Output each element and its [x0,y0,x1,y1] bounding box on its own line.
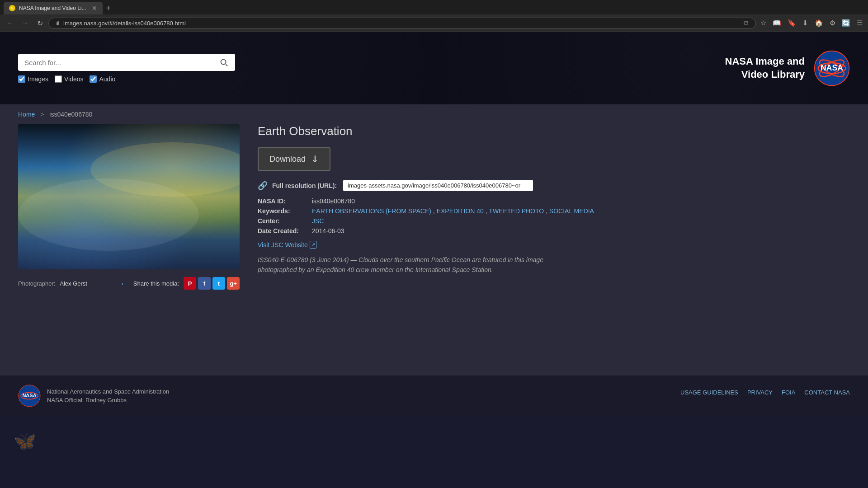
breadcrumb-separator: > [40,111,44,118]
search-bar-wrapper [18,54,235,71]
filter-images-label: Images [28,75,48,83]
image-section: Photographer: Alex Gerst ← Share this me… [18,124,240,290]
url-bar[interactable]: images.nasa.gov/#/details-iss040e006780.… [48,18,756,29]
photographer-name: Alex Gerst [60,280,87,287]
filter-images-checkbox[interactable] [18,75,25,83]
description-text: ISS040-E-006780 (3 June 2014) — Clouds o… [258,255,565,275]
extension-button[interactable]: ⚙ [828,17,837,29]
forward-button[interactable]: → [19,17,32,29]
refresh-button[interactable]: ↻ [34,17,46,29]
footer-foia-link[interactable]: FOIA [782,389,795,396]
new-tab-button[interactable]: + [106,4,111,12]
main-image[interactable] [18,124,240,269]
download-icon: ⇓ [311,154,319,164]
pinterest-button[interactable]: P [184,277,196,290]
nasa-id-value: iss040e006780 [312,197,355,205]
footer-official-name: Rodney Grubbs [85,397,127,404]
keywords-label: Keywords: [258,207,312,215]
tab-favicon: N [9,5,15,11]
footer-links: USAGE GUIDELINES PRIVACY FOIA CONTACT NA… [680,385,850,396]
pinterest-icon: P [188,280,192,287]
twitter-icon: t [218,280,220,287]
nasa-header: Images Videos Audio NASA Image and Video… [0,32,868,104]
info-section: Earth Observation Download ⇓ 🔗 Full reso… [258,124,850,275]
footer-nasa-logo: NASA [18,385,41,407]
footer-official-label: NASA Official: [47,397,84,404]
keyword2-link[interactable]: EXPEDITION 40 [437,207,484,215]
meta-row-nasa-id: NASA ID: iss040e006780 [258,197,850,205]
social-buttons: P f t g+ [184,277,240,290]
photographer-info: Photographer: Alex Gerst [18,280,87,287]
filter-audio[interactable]: Audio [90,75,115,83]
breadcrumb: Home > iss040e006780 [18,104,850,124]
share-arrow-icon: ← [120,278,129,289]
keyword4-link[interactable]: SOCIAL MEDIA [549,207,594,215]
photographer-row: Photographer: Alex Gerst ← Share this me… [18,277,240,290]
footer-org-name: National Aeronautics and Space Administr… [47,387,169,396]
bookmark-star-button[interactable]: ☆ [759,17,768,29]
meta-table: NASA ID: iss040e006780 Keywords: EARTH O… [258,197,850,235]
filter-videos[interactable]: Videos [55,75,84,83]
nasa-logo: NASA [814,50,850,86]
refresh-small-icon [743,20,749,26]
center-label: Center: [258,217,312,225]
meta-row-keywords: Keywords: EARTH OBSERVATIONS (FROM SPACE… [258,207,850,215]
meta-row-center: Center: JSC [258,217,850,225]
date-label: Date Created: [258,227,312,235]
twitter-button[interactable]: t [212,277,225,290]
footer-contact-link[interactable]: CONTACT NASA [804,389,850,396]
tab-close-button[interactable]: ✕ [92,5,97,12]
keywords-value: EARTH OBSERVATIONS (FROM SPACE) , EXPEDI… [312,207,594,215]
home-button[interactable]: 🏠 [813,17,825,29]
reading-view-button[interactable]: 📖 [771,17,783,29]
breadcrumb-home-link[interactable]: Home [18,111,35,118]
meta-row-date: Date Created: 2014-06-03 [258,227,850,235]
tab-bar: N NASA Image and Video Li... ✕ + [0,0,868,14]
active-tab[interactable]: N NASA Image and Video Li... ✕ [4,2,103,14]
facebook-button[interactable]: f [198,277,211,290]
date-value: 2014-06-03 [312,227,344,235]
search-input[interactable] [18,54,212,71]
content-area: Home > iss040e006780 Photographer: Alex … [0,104,868,375]
pocket-button[interactable]: 🔖 [786,17,798,29]
center-value: JSC [312,217,324,225]
nav-bar: ← → ↻ images.nasa.gov/#/details-iss040e0… [0,14,868,32]
keyword3-link[interactable]: TWEETED PHOTO [489,207,544,215]
download-label: Download [269,155,306,164]
nav-icons: ☆ 📖 🔖 ⬇ 🏠 ⚙ 🔄 ☰ [759,17,864,29]
brand-line2: Video Library [741,69,805,80]
filter-audio-checkbox[interactable] [90,75,97,83]
nasa-brand: NASA Image and Video Library NASA [725,50,850,86]
svg-text:NASA: NASA [22,393,36,398]
search-icon [219,57,229,67]
footer: NASA National Aeronautics and Space Admi… [0,375,868,416]
detail-title: Earth Observation [258,124,850,138]
google-icon: g+ [230,280,237,287]
footer-privacy-link[interactable]: PRIVACY [747,389,773,396]
nasa-brand-text: NASA Image and Video Library [725,55,805,81]
menu-button[interactable]: ☰ [855,17,864,29]
center-link[interactable]: JSC [312,217,324,225]
search-button[interactable] [212,54,235,71]
full-res-url-input[interactable] [343,180,533,191]
back-button[interactable]: ← [4,17,16,29]
download-nav-button[interactable]: ⬇ [801,17,810,29]
filter-videos-label: Videos [64,75,84,83]
brand-line1: NASA Image and [725,56,805,67]
google-button[interactable]: g+ [227,277,240,290]
filter-audio-label: Audio [99,75,115,83]
browser-chrome: N NASA Image and Video Li... ✕ + ← → ↻ i… [0,0,868,32]
sync-button[interactable]: 🔄 [840,17,852,29]
filter-row: Images Videos Audio [18,75,235,83]
download-button[interactable]: Download ⇓ [258,147,330,171]
svg-text:NASA: NASA [821,63,843,72]
nasa-id-label: NASA ID: [258,197,312,205]
footer-nasa-text: National Aeronautics and Space Administr… [47,387,169,405]
full-res-label: Full resolution (URL): [272,182,337,189]
footer-usage-link[interactable]: USAGE GUIDELINES [680,389,738,396]
keyword1-link[interactable]: EARTH OBSERVATIONS (FROM SPACE) [312,207,431,215]
filter-videos-checkbox[interactable] [55,75,62,83]
filter-images[interactable]: Images [18,75,48,83]
footer-official: NASA Official: Rodney Grubbs [47,396,169,405]
visit-jsc-link[interactable]: Visit JSC Website ↗ [258,241,316,249]
